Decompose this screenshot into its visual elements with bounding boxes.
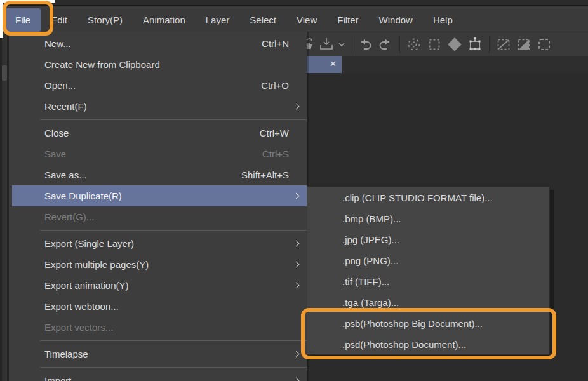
submenu-item-clip[interactable]: .clip (CLIP STUDIO FORMAT file)...	[307, 187, 549, 208]
menu-item-revert[interactable]: Revert(G)...	[9, 206, 307, 227]
menu-separator	[40, 230, 307, 231]
submenu-item-png[interactable]: .png (PNG)...	[307, 250, 549, 271]
toolbar-divider	[399, 36, 400, 53]
menu-item-save[interactable]: Save Ctrl+S	[9, 144, 307, 164]
reselect-button[interactable]	[424, 35, 444, 54]
side-toolbar-handle[interactable]	[2, 65, 7, 81]
chevron-down-icon	[338, 41, 345, 48]
undo-button[interactable]	[355, 35, 375, 54]
menu-item-export-animation[interactable]: Export animation(Y)	[9, 275, 307, 296]
submenu-arrow-icon	[293, 283, 300, 289]
menu-item-new[interactable]: New... Ctrl+N	[9, 33, 307, 54]
submenu-arrow-icon	[293, 241, 300, 247]
transform-icon	[467, 36, 483, 53]
submenu-arrow-icon	[293, 378, 300, 381]
page-corner-background	[0, 0, 55, 3]
menu-item-recent[interactable]: Recent(F)	[9, 96, 307, 117]
close-tab-icon[interactable]: ✕	[330, 59, 337, 69]
menu-item-close[interactable]: Close Ctrl+W	[9, 123, 307, 144]
clear-selection-icon	[495, 36, 512, 53]
selection-area-icon	[536, 36, 552, 53]
mask-button[interactable]	[514, 35, 534, 54]
menu-item-export-vectors[interactable]: Export vectors...	[9, 317, 307, 338]
submenu-arrow-icon	[293, 351, 300, 358]
redo-button[interactable]	[375, 35, 396, 54]
save-icon	[318, 36, 335, 53]
menu-item-save-duplicate[interactable]: Save Duplicate(R)	[12, 185, 307, 206]
menu-separator	[40, 119, 307, 120]
fill-icon	[446, 36, 463, 53]
selection-area-button[interactable]	[534, 35, 554, 54]
menu-item-export-webtoon[interactable]: Export webtoon...	[9, 296, 307, 317]
titlebar-edge	[0, 0, 588, 6]
menubar-item-window[interactable]: Window	[369, 8, 423, 32]
menu-item-create-new-from-clipboard[interactable]: Create New from Clipboard	[9, 54, 307, 75]
menu-item-export-single-layer[interactable]: Export (Single Layer)	[9, 233, 307, 254]
submenu-item-tga[interactable]: .tga (Targa)...	[307, 292, 549, 313]
menubar-item-file[interactable]: File	[5, 8, 41, 32]
deselect-button[interactable]	[404, 35, 424, 54]
menu-item-timelapse[interactable]: Timelapse	[9, 344, 307, 364]
menu-item-save-as[interactable]: Save as... Shift+Alt+S	[9, 164, 307, 185]
transform-button[interactable]	[465, 35, 485, 54]
clip-studio-paint-window: File Edit Story(P) Animation Layer Selec…	[0, 0, 588, 381]
mask-icon	[516, 36, 532, 53]
undo-icon	[357, 36, 373, 53]
toolbar-divider	[489, 36, 490, 53]
submenu-item-bmp[interactable]: .bmp (BMP)...	[307, 208, 549, 229]
save-duplicate-submenu: .clip (CLIP STUDIO FORMAT file)... .bmp …	[307, 186, 550, 355]
redo-icon	[377, 36, 394, 53]
side-toolbar-edge	[0, 32, 9, 381]
submenu-arrow-icon	[293, 104, 300, 110]
file-dropdown-menu: New... Ctrl+N Create New from Clipboard …	[9, 32, 307, 381]
menubar-item-select[interactable]: Select	[239, 8, 286, 32]
page-corner-background	[0, 0, 3, 38]
submenu-arrow-icon	[293, 193, 300, 199]
save-button[interactable]	[316, 35, 337, 54]
menu-item-open[interactable]: Open... Ctrl+O	[9, 75, 307, 96]
deselect-icon	[406, 36, 422, 53]
clear-selection-border-button[interactable]	[493, 35, 514, 54]
toolbar-divider	[351, 36, 351, 53]
menubar-item-layer[interactable]: Layer	[196, 8, 240, 32]
reselect-icon	[426, 36, 443, 53]
submenu-item-psd[interactable]: .psd(Photoshop Document)...	[307, 334, 549, 355]
submenu-item-tif[interactable]: .tif (TIFF)...	[307, 271, 549, 292]
menubar-item-help[interactable]: Help	[423, 8, 463, 32]
fill-button[interactable]	[444, 35, 465, 54]
menubar-item-edit[interactable]: Edit	[41, 8, 77, 32]
submenu-item-psb[interactable]: .psb(Photoshop Big Document)...	[307, 313, 549, 334]
menu-item-export-multiple-pages[interactable]: Export multiple pages(Y)	[9, 254, 307, 275]
save-options-button[interactable]	[337, 35, 347, 54]
submenu-item-jpg[interactable]: .jpg (JPEG)...	[307, 229, 549, 250]
submenu-arrow-icon	[293, 262, 300, 268]
menubar-item-story[interactable]: Story(P)	[77, 8, 133, 32]
menubar-item-filter[interactable]: Filter	[327, 8, 368, 32]
menubar-item-view[interactable]: View	[286, 8, 327, 32]
menu-item-import[interactable]: Import	[9, 370, 307, 381]
menu-bar: File Edit Story(P) Animation Layer Selec…	[0, 6, 588, 32]
menu-separator	[40, 340, 307, 341]
side-toolbar-column	[2, 32, 7, 381]
menubar-item-animation[interactable]: Animation	[133, 8, 196, 32]
menu-separator	[40, 367, 307, 368]
